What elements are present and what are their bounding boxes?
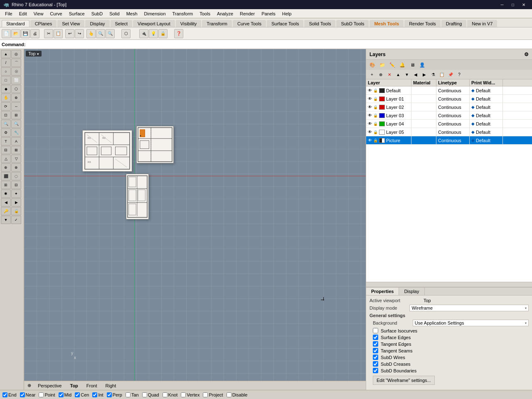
viewport-label[interactable]: Top ▾ xyxy=(26,51,42,57)
layer-visibility-icon[interactable]: 👁 xyxy=(368,138,372,143)
toolbar-tab-subd-tools[interactable]: SubD Tools xyxy=(336,20,369,27)
toolbar-tab-transform[interactable]: Transform xyxy=(202,20,232,27)
toolbar-tab-visibility[interactable]: Visibility xyxy=(176,20,202,27)
background-select[interactable]: Use Application Settings ▾ xyxy=(413,320,529,326)
layer-visibility-icon[interactable]: 👁 xyxy=(368,121,372,126)
menu-item-view[interactable]: View xyxy=(30,10,47,17)
osnap-disable-item[interactable]: Disable xyxy=(227,392,248,397)
tool-icon-7-1[interactable]: ⊞ xyxy=(11,111,21,119)
maximize-button[interactable]: □ xyxy=(508,1,518,8)
move-down-button[interactable]: ▼ xyxy=(403,71,411,78)
menu-item-analyze[interactable]: Analyze xyxy=(214,10,236,17)
osnap-point-checkbox[interactable] xyxy=(39,392,44,397)
tool-icon-9-1[interactable]: 🔧 xyxy=(11,128,21,137)
osnap-near-item[interactable]: Near xyxy=(20,392,36,397)
paste-button[interactable]: 📌 xyxy=(446,71,455,78)
tool-icon-4-0[interactable]: ◆ xyxy=(1,85,11,93)
osnap-project-item[interactable]: Project xyxy=(203,392,223,397)
tool-icon-10-0[interactable]: T xyxy=(1,137,11,145)
tool-icon-3-0[interactable]: □ xyxy=(1,76,11,84)
edit-wireframe-button[interactable]: Edit "Wireframe" settings... xyxy=(373,376,435,385)
tool-icon-14-0[interactable]: ⬛ xyxy=(1,172,11,180)
tool-icon-0-0[interactable]: ▲ xyxy=(1,50,11,58)
menu-item-tools[interactable]: Tools xyxy=(196,10,214,17)
toolbar-icon-23[interactable]: 🔌 xyxy=(139,29,148,38)
sketch-floorplan-3[interactable] xyxy=(126,174,149,219)
toolbar-icon-2[interactable]: 💾 xyxy=(21,29,30,38)
titlebar-controls[interactable]: ─ □ ✕ xyxy=(497,1,529,8)
tangent-seams-checkbox[interactable] xyxy=(373,348,378,353)
tool-icon-1-0[interactable]: / xyxy=(1,59,11,67)
layer-visibility-icon[interactable]: 👁 xyxy=(368,96,372,101)
viewport-tab-perspective[interactable]: Perspective xyxy=(36,382,63,389)
tool-icon-18-1[interactable]: 🔓 xyxy=(11,207,21,215)
tool-icon-11-1[interactable]: ⊠ xyxy=(11,146,21,154)
toolbar-tab-surface-tools[interactable]: Surface Tools xyxy=(267,20,303,27)
toolbar-tab-display[interactable]: Display xyxy=(85,20,109,27)
layer-color-swatch[interactable] xyxy=(379,105,385,110)
move-right-button[interactable]: ▶ xyxy=(420,71,429,78)
tool-icon-15-1[interactable]: ⊟ xyxy=(11,181,21,189)
tool-icon-18-0[interactable]: 🔑 xyxy=(1,207,11,215)
layer-row-layer-04[interactable]: 👁🔒Layer 04Continuous◆ Default xyxy=(366,120,532,128)
layer-lock-icon[interactable]: 🔒 xyxy=(373,105,378,109)
layer-row-layer-05[interactable]: 👁🔒Layer 05Continuous◆ Default xyxy=(366,128,532,136)
toolbar-tab-cplanes[interactable]: CPlanes xyxy=(30,20,57,27)
layer-color-swatch[interactable] xyxy=(379,96,385,101)
toolbar-tab-set-view[interactable]: Set View xyxy=(57,20,84,27)
osnap-cen-item[interactable]: Cen xyxy=(75,392,89,397)
toolbar-tab-select[interactable]: Select xyxy=(111,20,133,27)
tool-icon-19-1[interactable]: ✓ xyxy=(11,216,21,224)
layer-color-swatch[interactable] xyxy=(379,130,385,135)
toolbar-tab-viewport-layout[interactable]: Viewport Layout xyxy=(133,20,175,27)
copy-button[interactable]: 📋 xyxy=(438,71,446,78)
viewport-tab-front[interactable]: Front xyxy=(85,382,99,389)
layer-row-default[interactable]: 👁🔒DefaultContinuous◆ Default xyxy=(366,86,532,95)
menu-item-edit[interactable]: Edit xyxy=(16,10,30,17)
osnap-mid-item[interactable]: Mid xyxy=(59,392,72,397)
osnap-point-item[interactable]: Point xyxy=(39,392,55,397)
toolbar-icon-3[interactable]: 🖨 xyxy=(30,29,39,38)
menu-item-dimension[interactable]: Dimension xyxy=(141,10,169,17)
tab-display[interactable]: Display xyxy=(399,288,424,295)
layer-lock-icon[interactable]: 🔒 xyxy=(373,89,378,93)
toolbar-tab-drafting[interactable]: Drafting xyxy=(441,20,467,27)
toolbar-icon-24[interactable]: 💡 xyxy=(149,29,158,38)
tool-icon-0-1[interactable]: ◎ xyxy=(11,50,21,58)
toolbar-icon-9[interactable]: ↩ xyxy=(65,29,74,38)
layer-row-picture[interactable]: 👁🔒PictureContinuous◆ Default xyxy=(366,136,532,145)
move-up-button[interactable]: ▲ xyxy=(394,71,402,78)
layers-tab-bell[interactable]: 🔔 xyxy=(398,61,407,69)
osnap-int-checkbox[interactable] xyxy=(92,392,97,397)
layer-row-layer-01[interactable]: 👁🔒Layer 01Continuous◆ Default xyxy=(366,95,532,103)
tool-icon-17-1[interactable]: ▶ xyxy=(11,198,21,207)
toolbar-icon-13[interactable]: 🔍 xyxy=(96,29,105,38)
menu-item-file[interactable]: File xyxy=(2,10,16,17)
layer-visibility-icon[interactable]: 👁 xyxy=(368,113,372,118)
viewport-tab-top[interactable]: Top xyxy=(68,382,79,389)
toolbar-icon-1[interactable]: 📂 xyxy=(11,29,20,38)
osnap-disable-checkbox[interactable] xyxy=(227,392,232,397)
toolbar-tab-solid-tools[interactable]: Solid Tools xyxy=(304,20,335,27)
move-left-button[interactable]: ◀ xyxy=(411,71,420,78)
add-sublayer-button[interactable]: ⊕ xyxy=(377,71,385,78)
tool-icon-8-1[interactable]: 🔍 xyxy=(11,120,21,128)
layers-tab-edit[interactable]: ✏️ xyxy=(388,61,397,69)
sketch-floorplan-1[interactable]: R1 R2 R3 xyxy=(82,130,132,172)
tool-icon-6-1[interactable]: ↔ xyxy=(11,102,21,111)
layer-lock-icon[interactable]: 🔒 xyxy=(373,130,378,134)
osnap-end-item[interactable]: End xyxy=(2,392,17,397)
layer-lock-icon[interactable]: 🔒 xyxy=(373,138,378,143)
layers-tab-materials[interactable]: 🎨 xyxy=(368,61,377,69)
tool-icon-15-0[interactable]: ⊞ xyxy=(1,181,11,189)
tool-icon-5-0[interactable]: ✋ xyxy=(1,94,11,102)
toolbar-icon-18[interactable]: ⬡ xyxy=(121,29,131,38)
subd-creases-checkbox[interactable] xyxy=(373,361,378,367)
layer-color-swatch[interactable] xyxy=(379,113,385,118)
tool-icon-4-1[interactable]: ⬡ xyxy=(11,85,21,93)
layers-tab-user[interactable]: 👤 xyxy=(418,61,427,69)
menu-item-panels[interactable]: Panels xyxy=(258,10,279,17)
menu-item-mesh[interactable]: Mesh xyxy=(123,10,141,17)
tab-properties[interactable]: Properties xyxy=(366,288,399,295)
viewport-area[interactable]: Top ▾ R1 xyxy=(24,49,366,381)
